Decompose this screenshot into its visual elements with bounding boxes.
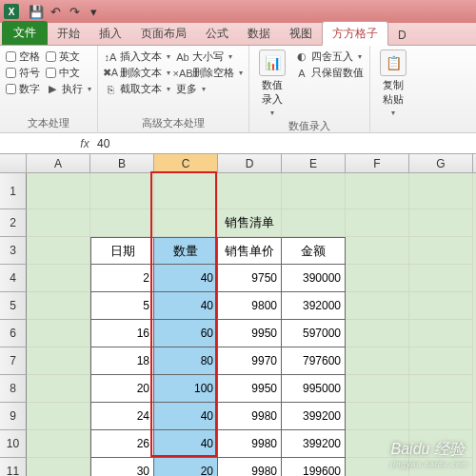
keep-numeric-button[interactable]: A只保留数值 <box>295 66 364 80</box>
save-button[interactable]: 💾 <box>28 3 45 20</box>
cell-B1[interactable] <box>90 173 154 209</box>
cell-E6[interactable]: 597000 <box>282 320 346 347</box>
formula-input[interactable]: 40 <box>93 137 476 150</box>
tab-view[interactable]: 视图 <box>280 22 322 45</box>
cell-F8[interactable] <box>346 375 409 403</box>
check-number[interactable]: 数字 <box>6 82 40 96</box>
tab-partial[interactable]: D <box>388 25 416 45</box>
cell-D9[interactable]: 9980 <box>218 403 282 430</box>
cell-C7[interactable]: 80 <box>154 347 218 375</box>
cell-A1[interactable] <box>27 173 90 209</box>
case-button[interactable]: Ab大小写 <box>176 50 243 64</box>
cell-F1[interactable] <box>346 173 409 209</box>
check-space[interactable]: 空格 <box>6 50 40 64</box>
check-english[interactable]: 英文 <box>46 50 91 64</box>
cell-C4[interactable]: 40 <box>154 265 218 292</box>
cell-D6[interactable]: 9950 <box>218 320 282 347</box>
cell-C6[interactable]: 60 <box>154 320 218 347</box>
cell-G3[interactable] <box>409 237 473 265</box>
cell-C3[interactable]: 数量 <box>154 237 218 265</box>
col-C[interactable]: C <box>154 154 218 172</box>
tab-fanggezi[interactable]: 方方格子 <box>322 21 388 46</box>
cell-G2[interactable] <box>409 209 473 237</box>
cell-D10[interactable]: 9980 <box>218 430 282 458</box>
cell-E8[interactable]: 995000 <box>282 375 346 403</box>
cell-F7[interactable] <box>346 347 409 375</box>
cell-G1[interactable] <box>409 173 473 209</box>
worksheet[interactable]: A B C D E F G 12销售清单3日期数量销售单价金额424097503… <box>0 154 476 476</box>
cell-A2[interactable] <box>27 209 90 237</box>
row-header-4[interactable]: 4 <box>0 265 27 292</box>
cell-F3[interactable] <box>346 237 409 265</box>
cell-B6[interactable]: 16 <box>90 320 154 347</box>
cell-A5[interactable] <box>27 292 90 320</box>
col-B[interactable]: B <box>90 154 154 172</box>
cell-B4[interactable]: 2 <box>90 265 154 292</box>
cell-G7[interactable] <box>409 347 473 375</box>
select-all-corner[interactable] <box>0 154 27 172</box>
cell-F6[interactable] <box>346 320 409 347</box>
cell-A11[interactable] <box>27 458 90 476</box>
cell-F9[interactable] <box>346 403 409 430</box>
cell-G6[interactable] <box>409 320 473 347</box>
row-header-8[interactable]: 8 <box>0 375 27 403</box>
col-D[interactable]: D <box>218 154 282 172</box>
tab-formulas[interactable]: 公式 <box>196 22 238 45</box>
cell-A6[interactable] <box>27 320 90 347</box>
more-button[interactable]: 更多 <box>176 82 243 96</box>
cell-C5[interactable]: 40 <box>154 292 218 320</box>
cell-B7[interactable]: 18 <box>90 347 154 375</box>
undo-button[interactable]: ↶ <box>47 3 64 20</box>
tab-file[interactable]: 文件 <box>2 21 48 45</box>
cell-E5[interactable]: 392000 <box>282 292 346 320</box>
cell-C1[interactable] <box>154 173 218 209</box>
cell-D8[interactable]: 9950 <box>218 375 282 403</box>
cell-E4[interactable]: 390000 <box>282 265 346 292</box>
cell-D5[interactable]: 9800 <box>218 292 282 320</box>
cell-D7[interactable]: 9970 <box>218 347 282 375</box>
cell-E9[interactable]: 399200 <box>282 403 346 430</box>
cell-D4[interactable]: 9750 <box>218 265 282 292</box>
fx-icon[interactable]: fx <box>76 137 93 150</box>
redo-button[interactable]: ↷ <box>66 3 83 20</box>
cell-A3[interactable] <box>27 237 90 265</box>
cell-B2[interactable] <box>90 209 154 237</box>
numeric-input-button[interactable]: 📊 数值 录入 ▾ <box>255 50 289 117</box>
row-header-3[interactable]: 3 <box>0 237 27 265</box>
cell-B10[interactable]: 26 <box>90 430 154 458</box>
tab-page-layout[interactable]: 页面布局 <box>131 22 196 45</box>
delete-text-button[interactable]: ✖A删除文本 <box>104 66 170 80</box>
cell-E1[interactable] <box>282 173 346 209</box>
cell-B11[interactable]: 30 <box>90 458 154 476</box>
col-F[interactable]: F <box>346 154 409 172</box>
round-button[interactable]: ◐四舍五入 <box>295 50 364 64</box>
row-header-9[interactable]: 9 <box>0 403 27 430</box>
cell-E3[interactable]: 金额 <box>282 237 346 265</box>
cell-D1[interactable] <box>218 173 282 209</box>
cell-G9[interactable] <box>409 403 473 430</box>
check-symbol[interactable]: 符号 <box>6 66 40 80</box>
cell-F4[interactable] <box>346 265 409 292</box>
cell-C9[interactable]: 40 <box>154 403 218 430</box>
cell-A7[interactable] <box>27 347 90 375</box>
cell-B8[interactable]: 20 <box>90 375 154 403</box>
extract-text-button[interactable]: ⎘截取文本 <box>104 82 170 96</box>
cell-F2[interactable] <box>346 209 409 237</box>
cell-A10[interactable] <box>27 430 90 458</box>
row-header-2[interactable]: 2 <box>0 209 27 237</box>
cell-D11[interactable]: 9980 <box>218 458 282 476</box>
cell-B3[interactable]: 日期 <box>90 237 154 265</box>
tab-data[interactable]: 数据 <box>238 22 280 45</box>
cell-E11[interactable]: 199600 <box>282 458 346 476</box>
qat-customize[interactable]: ▾ <box>85 3 102 20</box>
col-A[interactable]: A <box>27 154 90 172</box>
tab-insert[interactable]: 插入 <box>89 22 131 45</box>
cell-D3[interactable]: 销售单价 <box>218 237 282 265</box>
cell-G8[interactable] <box>409 375 473 403</box>
cell-A8[interactable] <box>27 375 90 403</box>
cell-E10[interactable]: 399200 <box>282 430 346 458</box>
row-header-6[interactable]: 6 <box>0 320 27 347</box>
execute-button[interactable]: ▶执行 <box>46 82 91 96</box>
insert-text-button[interactable]: ↕A插入文本 <box>104 50 170 64</box>
cell-E7[interactable]: 797600 <box>282 347 346 375</box>
